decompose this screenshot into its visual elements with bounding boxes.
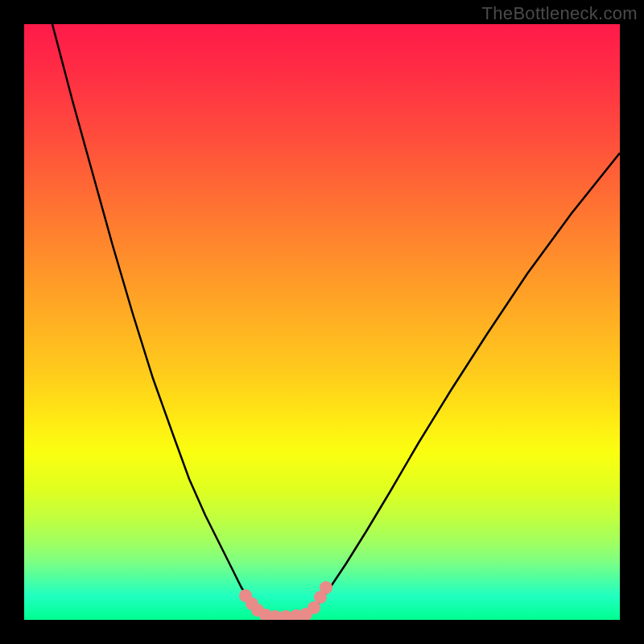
curve-right-branch [310,153,620,613]
chart-svg [24,24,620,620]
data-markers [239,581,332,620]
data-point-marker [320,581,332,594]
watermark-text: TheBottleneck.com [482,3,638,24]
chart-frame: TheBottleneck.com [0,0,644,644]
plot-area [24,24,620,620]
curve-left-branch [52,24,262,613]
